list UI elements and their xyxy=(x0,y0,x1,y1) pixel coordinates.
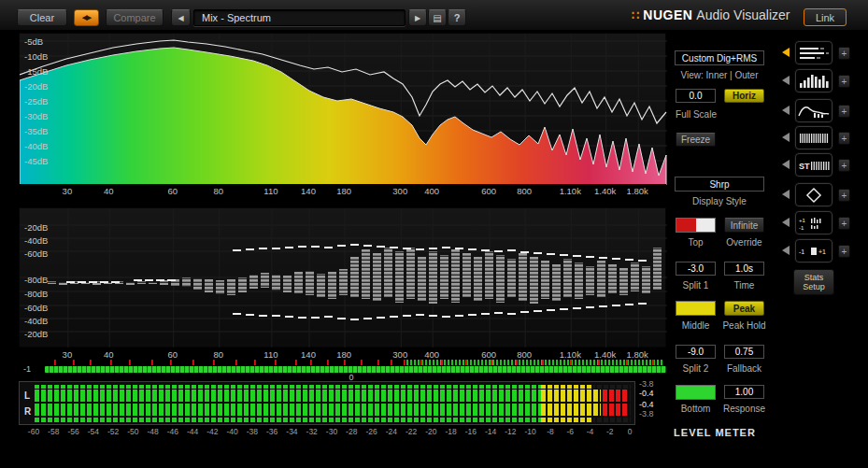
freq-label: 800 xyxy=(508,186,540,196)
db-label: -5dB xyxy=(24,36,43,47)
add-spectrum-bars-view-button[interactable]: + xyxy=(838,75,850,88)
freq-label: 30 xyxy=(51,186,83,196)
overview-view-button[interactable] xyxy=(795,41,832,64)
list-icon: ▤ xyxy=(433,13,441,23)
meter-segment xyxy=(35,390,541,402)
correlation-range-view-button[interactable]: -1+1 xyxy=(795,239,832,262)
view-mode-label[interactable]: View: Inner | Outer xyxy=(665,70,774,80)
freq-label: 110 xyxy=(255,186,287,196)
db-label: -20dB xyxy=(24,81,48,92)
add-spectrogram-view-button[interactable]: + xyxy=(838,132,850,145)
clear-button[interactable]: Clear xyxy=(17,9,67,26)
full-scale-field[interactable]: 0.0 xyxy=(676,89,716,103)
db-label: -20dB xyxy=(24,329,48,339)
previous-preset-button[interactable]: ◀ xyxy=(171,9,191,26)
freq-label: 600 xyxy=(473,186,505,196)
link-button[interactable]: Link xyxy=(804,8,847,26)
fallback-field[interactable]: 0.75 xyxy=(724,345,764,359)
spectrum-bars-icon xyxy=(797,73,831,90)
frequency-scale-bottom: 304060801101401803004006008001.10k1.40k1… xyxy=(19,347,666,361)
db-label: -40dB xyxy=(24,235,48,246)
spectrogram-icon xyxy=(797,130,831,147)
add-correlation-range-view-button[interactable]: + xyxy=(838,245,850,258)
meter-mode-select[interactable]: Custom Dig+RMS xyxy=(675,50,764,65)
peak-hold-button[interactable]: Peak xyxy=(724,301,764,316)
spectrum-curve-icon xyxy=(797,103,831,120)
rail-arrow-spectrogram[interactable] xyxy=(782,133,790,142)
display-style-label: Display Style xyxy=(665,196,774,206)
preset-select[interactable]: Mix - Spectrum xyxy=(193,9,406,26)
bottom-label: Bottom xyxy=(676,404,716,414)
meter-scale-label: -54 xyxy=(83,427,104,436)
middle-color-swatch[interactable] xyxy=(676,301,716,316)
stats-setup-line2: Setup xyxy=(803,282,825,291)
freq-label: 1.40k xyxy=(590,186,621,196)
stereo-spectrum-view-button[interactable]: ST xyxy=(795,153,832,177)
time-field[interactable]: 1.0s xyxy=(724,262,764,276)
meter-value: -3.8 xyxy=(639,409,654,418)
bottom-color-swatch[interactable] xyxy=(676,385,716,400)
svg-text:+1: +1 xyxy=(799,218,806,223)
add-overview-view-button[interactable]: + xyxy=(838,47,850,60)
db-label: -80dB xyxy=(24,275,48,285)
add-vectorscope-view-button[interactable]: + xyxy=(838,189,850,202)
full-scale-label: Full Scale xyxy=(665,109,727,120)
horiz-button[interactable]: Horiz xyxy=(724,89,764,103)
freq-label: 180 xyxy=(328,186,360,196)
split2-field[interactable]: -9.0 xyxy=(676,345,716,359)
db-label: -35dB xyxy=(24,126,48,136)
spectrogram-view-button[interactable] xyxy=(795,126,832,149)
meter-scale-label: -36 xyxy=(262,427,282,436)
response-field[interactable]: 1.00 xyxy=(724,385,764,399)
rail-arrow-correlation-meter[interactable] xyxy=(782,218,790,227)
level-meter: L R xyxy=(19,381,635,425)
rail-arrow-correlation-range[interactable] xyxy=(782,246,790,255)
play-icon: ▶ xyxy=(415,14,420,22)
meter-segment xyxy=(541,404,601,416)
meter-value: -0.4 xyxy=(639,400,654,409)
swap-views-button[interactable]: ◀▶ xyxy=(74,9,99,26)
rail-arrow-vectorscope[interactable] xyxy=(782,190,790,199)
rail-arrow-overview[interactable] xyxy=(782,48,790,57)
product-name: Audio Visualizer xyxy=(696,7,790,22)
meter-scale-label: -24 xyxy=(381,427,402,436)
add-correlation-meter-view-button[interactable]: + xyxy=(838,217,850,230)
band-peak-tick-strip xyxy=(19,360,666,365)
meter-scale-label: -46 xyxy=(163,427,183,436)
db-label: -60dB xyxy=(24,303,48,313)
meter-scale-label: -44 xyxy=(182,427,203,436)
compare-button[interactable]: Compare xyxy=(106,9,164,26)
display-style-select[interactable]: Shrp xyxy=(675,177,764,191)
meter-scale-label: -28 xyxy=(341,427,362,436)
rail-arrow-spectrum-curve[interactable] xyxy=(782,106,790,115)
correlation-meter-view-button[interactable]: +1-1 xyxy=(795,211,832,234)
freeze-button[interactable]: Freeze xyxy=(676,133,716,147)
infinite-button[interactable]: Infinite xyxy=(724,218,764,233)
vectorscope-view-button[interactable] xyxy=(795,183,832,206)
spectrum-curve-view-button[interactable] xyxy=(795,99,832,122)
top-color-left xyxy=(676,219,696,232)
spectrum-bars-view-button[interactable] xyxy=(795,69,832,92)
meter-scale-label: -48 xyxy=(143,427,164,436)
stats-setup-button[interactable]: Stats Setup xyxy=(793,269,834,295)
spectrum-plot xyxy=(20,34,667,185)
frequency-scale-top: 304060801101401803004006008001.10k1.40k1… xyxy=(19,184,666,197)
middle-label: Middle xyxy=(676,320,716,331)
svg-text:+1: +1 xyxy=(818,248,826,255)
top-color-swatch[interactable] xyxy=(676,218,716,233)
db-label: -40dB xyxy=(24,141,48,151)
meter-segment xyxy=(541,418,592,422)
add-stereo-spectrum-view-button[interactable]: + xyxy=(838,159,850,172)
add-spectrum-curve-view-button[interactable]: + xyxy=(838,105,850,118)
meter-scale-label: -8 xyxy=(540,427,561,436)
db-label: -80dB xyxy=(24,289,48,299)
play-button[interactable]: ▶ xyxy=(408,9,427,26)
rail-arrow-stereo-spectrum[interactable] xyxy=(782,160,790,169)
svg-text:-1: -1 xyxy=(799,248,804,255)
preset-list-button[interactable]: ▤ xyxy=(428,9,447,26)
db-label: -20dB xyxy=(24,222,48,233)
split1-field[interactable]: -3.0 xyxy=(676,262,716,276)
help-button[interactable]: ? xyxy=(448,9,466,26)
rail-arrow-spectrum-bars[interactable] xyxy=(782,76,790,85)
meter-segment xyxy=(603,390,627,402)
